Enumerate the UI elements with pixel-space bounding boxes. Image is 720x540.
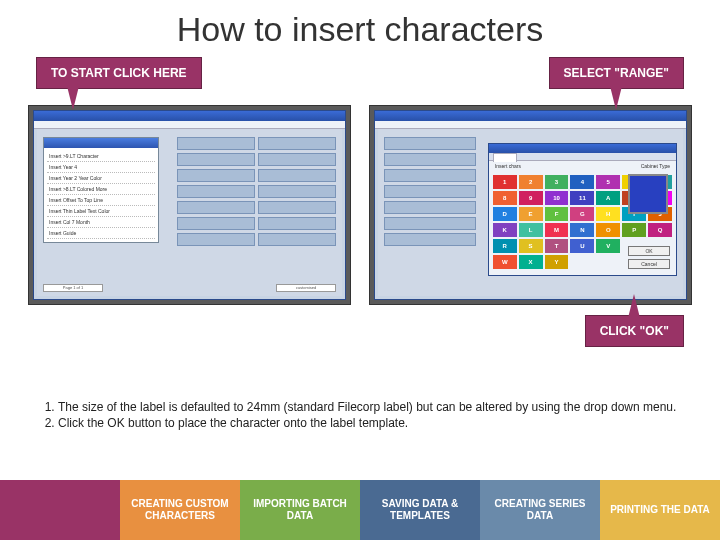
character-cell[interactable]: V bbox=[596, 239, 620, 253]
character-cell[interactable]: D bbox=[493, 207, 517, 221]
template-cell bbox=[384, 201, 476, 214]
template-cell bbox=[384, 233, 476, 246]
dialog-label-right: Cabinet Type bbox=[641, 163, 670, 169]
template-cell bbox=[258, 169, 336, 182]
nav-item-creating-series-data[interactable]: CREATING SERIES DATA bbox=[480, 480, 600, 540]
character-cell[interactable]: M bbox=[545, 223, 569, 237]
template-cell bbox=[258, 153, 336, 166]
template-cell bbox=[177, 185, 255, 198]
instruction-item: Click the OK button to place the charact… bbox=[58, 415, 680, 431]
template-cell bbox=[177, 233, 255, 246]
app-window-left: Insert >9.LT Character Insert Year 4 Ins… bbox=[33, 110, 346, 300]
character-cell[interactable]: 9 bbox=[519, 191, 543, 205]
nav-item-saving-data-templates[interactable]: SAVING DATA & TEMPLATES bbox=[360, 480, 480, 540]
list-item[interactable]: Insert Year 2 Year Color bbox=[47, 173, 155, 184]
menubar bbox=[34, 121, 345, 129]
character-cell[interactable]: L bbox=[519, 223, 543, 237]
template-cell bbox=[384, 169, 476, 182]
character-cell[interactable]: U bbox=[570, 239, 594, 253]
nav-item-printing-the-data[interactable]: PRINTING THE DATA bbox=[600, 480, 720, 540]
character-dialog: Insert chars Cabinet Type 1234567891011A… bbox=[488, 143, 677, 276]
template-cell bbox=[384, 217, 476, 230]
list-item[interactable]: Insert Thin Label Text Color bbox=[47, 206, 155, 217]
template-cell bbox=[258, 217, 336, 230]
insert-menu-panel: Insert >9.LT Character Insert Year 4 Ins… bbox=[43, 137, 159, 243]
character-preview bbox=[628, 174, 668, 214]
template-cell bbox=[258, 233, 336, 246]
character-cell[interactable]: T bbox=[545, 239, 569, 253]
callout-range: SELECT "RANGE" bbox=[549, 57, 684, 89]
titlebar bbox=[375, 111, 686, 121]
template-cell bbox=[177, 153, 255, 166]
template-cell bbox=[177, 169, 255, 182]
character-cell[interactable]: 3 bbox=[545, 175, 569, 189]
list-item[interactable]: Insert Col 7 Month bbox=[47, 217, 155, 228]
character-cell[interactable]: 10 bbox=[545, 191, 569, 205]
bottom-nav: CREATING CUSTOM CHARACTERS IMPORTING BAT… bbox=[0, 480, 720, 540]
character-cell[interactable]: F bbox=[545, 207, 569, 221]
label-template-grid bbox=[177, 137, 336, 272]
list-item[interactable]: Insert Guide bbox=[47, 228, 155, 239]
character-cell[interactable]: E bbox=[519, 207, 543, 221]
instructions: The size of the label is defaulted to 24… bbox=[0, 347, 720, 441]
character-cell[interactable]: Y bbox=[545, 255, 569, 269]
template-cell bbox=[177, 217, 255, 230]
list-item[interactable]: Insert >9.LT Character bbox=[47, 151, 155, 162]
character-cell bbox=[570, 255, 594, 269]
character-cell[interactable]: N bbox=[570, 223, 594, 237]
status-mode: customised bbox=[276, 284, 336, 292]
cancel-button[interactable]: Cancel bbox=[628, 259, 670, 269]
character-cell[interactable]: 5 bbox=[596, 175, 620, 189]
character-cell[interactable]: P bbox=[622, 223, 646, 237]
character-cell[interactable]: A bbox=[596, 191, 620, 205]
character-cell[interactable]: H bbox=[596, 207, 620, 221]
insert-menu-list: Insert >9.LT Character Insert Year 4 Ins… bbox=[44, 148, 158, 242]
template-cell bbox=[258, 185, 336, 198]
template-cell bbox=[258, 137, 336, 150]
character-cell[interactable]: W bbox=[493, 255, 517, 269]
nav-item-blank[interactable] bbox=[0, 480, 120, 540]
character-cell[interactable]: 11 bbox=[570, 191, 594, 205]
app-body: Insert chars Cabinet Type 1234567891011A… bbox=[378, 129, 683, 296]
status-bar: Page 1 of 1 customised bbox=[43, 284, 336, 294]
character-cell[interactable]: G bbox=[570, 207, 594, 221]
app-window-right: Insert chars Cabinet Type 1234567891011A… bbox=[374, 110, 687, 300]
character-cell[interactable]: 1 bbox=[493, 175, 517, 189]
page-title: How to insert characters bbox=[0, 0, 720, 57]
list-item[interactable]: Insert Year 4 bbox=[47, 162, 155, 173]
dialog-titlebar bbox=[489, 144, 676, 153]
dialog-label-left: Insert chars bbox=[495, 163, 521, 169]
list-item[interactable]: Insert >8.LT Colored More bbox=[47, 184, 155, 195]
screenshot-right: Insert chars Cabinet Type 1234567891011A… bbox=[369, 105, 692, 305]
template-cell bbox=[177, 137, 255, 150]
panel-header bbox=[44, 138, 158, 148]
character-cell[interactable]: O bbox=[596, 223, 620, 237]
status-page: Page 1 of 1 bbox=[43, 284, 103, 292]
template-cell bbox=[384, 185, 476, 198]
ok-button[interactable]: OK bbox=[628, 246, 670, 256]
template-cell bbox=[177, 201, 255, 214]
character-cell[interactable]: K bbox=[493, 223, 517, 237]
character-cell[interactable]: 8 bbox=[493, 191, 517, 205]
callout-ok: CLICK "OK" bbox=[585, 315, 684, 347]
label-template-grid bbox=[384, 137, 476, 276]
character-cell[interactable]: Q bbox=[648, 223, 672, 237]
titlebar bbox=[34, 111, 345, 121]
nav-item-creating-custom-characters[interactable]: CREATING CUSTOM CHARACTERS bbox=[120, 480, 240, 540]
instruction-item: The size of the label is defaulted to 24… bbox=[58, 399, 680, 415]
template-cell bbox=[384, 153, 476, 166]
nav-item-importing-batch-data[interactable]: IMPORTING BATCH DATA bbox=[240, 480, 360, 540]
character-cell[interactable]: 2 bbox=[519, 175, 543, 189]
character-cell[interactable]: X bbox=[519, 255, 543, 269]
menubar bbox=[375, 121, 686, 129]
content-area: TO START CLICK HERE SELECT "RANGE" CLICK… bbox=[0, 57, 720, 347]
character-cell bbox=[596, 255, 620, 269]
list-item[interactable]: Insert Offset To Top Line bbox=[47, 195, 155, 206]
character-cell[interactable]: 4 bbox=[570, 175, 594, 189]
template-cell bbox=[384, 137, 476, 150]
character-cell[interactable]: S bbox=[519, 239, 543, 253]
dialog-tabs[interactable] bbox=[489, 153, 676, 161]
character-cell[interactable]: R bbox=[493, 239, 517, 253]
screenshot-left: Insert >9.LT Character Insert Year 4 Ins… bbox=[28, 105, 351, 305]
app-body: Insert >9.LT Character Insert Year 4 Ins… bbox=[37, 129, 342, 296]
